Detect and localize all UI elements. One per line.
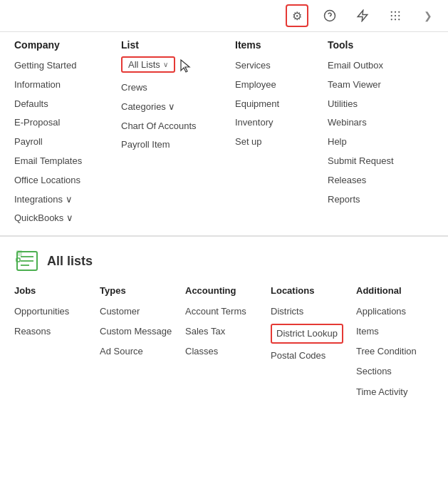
- bottom-column-jobs: Jobs Opportunities Reasons: [14, 285, 100, 401]
- svg-point-10: [395, 19, 396, 20]
- jobs-header: Jobs: [14, 285, 100, 296]
- nav-item-categories[interactable]: Categories ∨: [121, 98, 235, 117]
- bottom-item-time-activity[interactable]: Time Activity: [356, 382, 442, 402]
- nav-item-releases[interactable]: Releases: [328, 171, 434, 190]
- bottom-item-opportunities[interactable]: Opportunities: [14, 302, 100, 322]
- nav-item-payroll-item[interactable]: Payroll Item: [121, 135, 235, 155]
- types-header: Types: [100, 285, 185, 296]
- cursor-icon: [179, 58, 192, 74]
- nav-header-items: Items: [235, 39, 328, 51]
- svg-rect-16: [16, 250, 22, 256]
- nav-item-reports[interactable]: Reports: [328, 190, 434, 210]
- svg-point-3: [391, 11, 392, 13]
- nav-item-information[interactable]: Information: [14, 76, 121, 95]
- nav-item-team-viewer[interactable]: Team Viewer: [328, 76, 434, 95]
- nav-item-equipment[interactable]: Equipment: [235, 95, 328, 114]
- svg-point-9: [391, 19, 392, 20]
- nav-menu: Company Getting Started Information Defa…: [0, 32, 448, 236]
- nav-item-set-up[interactable]: Set up: [235, 133, 328, 152]
- all-lists-button[interactable]: All Lists ∨: [121, 56, 175, 73]
- all-lists-section: All lists Jobs Opportunities Reasons Typ…: [0, 237, 448, 409]
- nav-item-crews[interactable]: Crews: [121, 78, 235, 98]
- bottom-item-applications[interactable]: Applications: [356, 302, 442, 322]
- bottom-item-districts[interactable]: Districts: [271, 302, 356, 322]
- bottom-column-accounting: Accounting Account Terms Sales Tax Class…: [185, 285, 271, 401]
- all-lists-label: All Lists: [128, 59, 160, 70]
- bottom-item-customer[interactable]: Customer: [100, 302, 185, 322]
- bottom-column-locations: Locations Districts District Lookup Post…: [271, 285, 356, 401]
- svg-point-6: [391, 15, 392, 16]
- nav-item-getting-started[interactable]: Getting Started: [14, 56, 121, 76]
- nav-item-office-locations[interactable]: Office Locations: [14, 171, 121, 190]
- nav-item-chart-of-accounts[interactable]: Chart Of Accounts: [121, 117, 235, 136]
- nav-item-help[interactable]: Help: [328, 133, 434, 152]
- bottom-column-additional: Additional Applications Items Tree Condi…: [356, 285, 442, 401]
- nav-item-email-outbox[interactable]: Email Outbox: [328, 56, 434, 76]
- top-toolbar: ⚙ ❯: [0, 0, 448, 32]
- bottom-item-district-lookup[interactable]: District Lookup: [271, 322, 356, 346]
- nav-item-eproposal[interactable]: E-Proposal: [14, 113, 121, 133]
- bottom-item-sales-tax[interactable]: Sales Tax: [185, 322, 271, 342]
- nav-item-inventory[interactable]: Inventory: [235, 113, 328, 133]
- nav-item-email-templates[interactable]: Email Templates: [14, 152, 121, 171]
- svg-point-8: [398, 15, 400, 16]
- additional-header: Additional: [356, 285, 442, 296]
- grid-icon[interactable]: [384, 4, 407, 27]
- lightning-icon[interactable]: [351, 4, 374, 27]
- all-lists-title: All lists: [47, 254, 93, 269]
- svg-point-4: [395, 11, 396, 13]
- bottom-item-classes[interactable]: Classes: [185, 342, 271, 361]
- nav-column-items: Items Services Employee Equipment Invent…: [235, 39, 328, 228]
- nav-item-payroll[interactable]: Payroll: [14, 133, 121, 152]
- locations-header: Locations: [271, 285, 356, 296]
- bottom-item-items[interactable]: Items: [356, 322, 442, 342]
- nav-header-company: Company: [14, 39, 121, 51]
- svg-point-7: [395, 15, 396, 16]
- nav-item-services[interactable]: Services: [235, 56, 328, 76]
- nav-header-list: List: [121, 39, 235, 51]
- bottom-item-tree-condition[interactable]: Tree Condition: [356, 342, 442, 361]
- nav-column-list: List All Lists ∨ Crews Categories ∨ Char…: [121, 39, 235, 228]
- bottom-item-reasons[interactable]: Reasons: [14, 322, 100, 342]
- svg-rect-17: [16, 258, 20, 262]
- accounting-header: Accounting: [185, 285, 271, 296]
- help-icon[interactable]: [318, 4, 341, 27]
- nav-header-tools: Tools: [328, 39, 434, 51]
- all-lists-header: All lists: [14, 248, 434, 274]
- nav-item-submit-request[interactable]: Submit Request: [328, 152, 434, 171]
- district-lookup-badge[interactable]: District Lookup: [271, 324, 343, 344]
- nav-item-employee[interactable]: Employee: [235, 76, 328, 95]
- all-lists-icon: [14, 248, 40, 274]
- bottom-item-sections[interactable]: Sections: [356, 361, 442, 381]
- bottom-item-account-terms[interactable]: Account Terms: [185, 302, 271, 322]
- nav-item-utilities[interactable]: Utilities: [328, 95, 434, 114]
- nav-column-company: Company Getting Started Information Defa…: [14, 39, 121, 228]
- bottom-columns: Jobs Opportunities Reasons Types Custome…: [14, 285, 434, 401]
- nav-column-tools: Tools Email Outbox Team Viewer Utilities…: [328, 39, 434, 228]
- bottom-column-types: Types Customer Custom Message Ad Source: [100, 285, 185, 401]
- bottom-item-postal-codes[interactable]: Postal Codes: [271, 346, 356, 366]
- svg-point-11: [398, 19, 400, 20]
- nav-item-quickbooks[interactable]: QuickBooks ∨: [14, 209, 121, 228]
- svg-marker-2: [358, 11, 368, 21]
- svg-point-5: [398, 11, 400, 13]
- bottom-item-ad-source[interactable]: Ad Source: [100, 342, 185, 361]
- bottom-item-custom-message[interactable]: Custom Message: [100, 322, 185, 342]
- all-lists-chevron-icon: ∨: [163, 61, 168, 68]
- nav-item-integrations[interactable]: Integrations ∨: [14, 190, 121, 210]
- nav-item-defaults[interactable]: Defaults: [14, 95, 121, 114]
- gear-icon[interactable]: ⚙: [286, 4, 308, 27]
- nav-item-webinars[interactable]: Webinars: [328, 113, 434, 133]
- chevron-right-icon[interactable]: ❯: [417, 4, 439, 27]
